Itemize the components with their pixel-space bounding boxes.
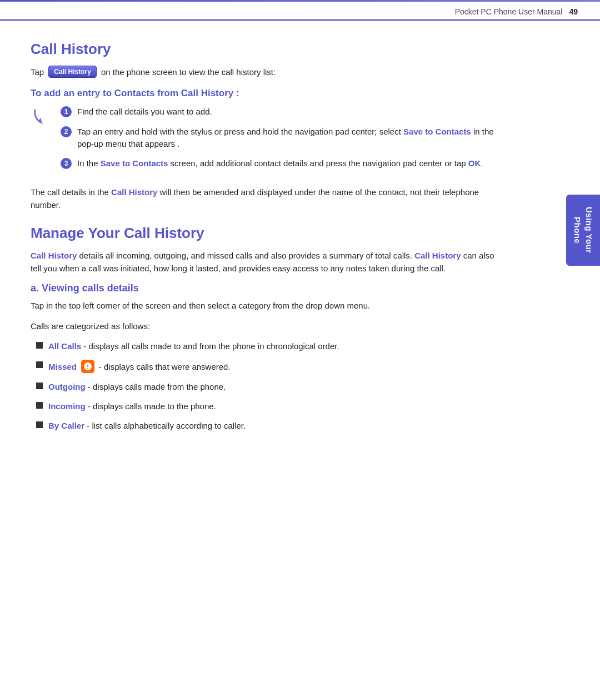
- bullet-square-icon: [36, 342, 43, 349]
- arrow-icon: [31, 107, 52, 177]
- step3-middle: screen, add additional contact details a…: [168, 158, 468, 168]
- bullet-incoming-desc: - displays calls made to the phone.: [86, 401, 216, 411]
- step-num-2: 2: [61, 126, 72, 137]
- step3-link2: OK: [468, 158, 481, 168]
- categorized-para: Calls are categorized as follows:: [31, 320, 506, 333]
- section2-after1: details all incoming, outgoing, and miss…: [77, 251, 414, 260]
- subsection2-title: a. Viewing calls details: [31, 282, 506, 294]
- svg-marker-0: [38, 118, 43, 125]
- subsection1-title: To add an entry to Contacts from Call Hi…: [31, 88, 506, 99]
- bullet-outgoing-content: Outgoing - displays calls made from the …: [48, 381, 226, 393]
- bullet-outgoing: Outgoing - displays calls made from the …: [36, 381, 506, 393]
- section1-footer-para: The call details in the Call History wil…: [31, 186, 506, 211]
- page-number: 49: [569, 7, 578, 16]
- bullet-list: All Calls - displays all calls made to a…: [36, 340, 506, 431]
- bullet-missed: Missed - displays calls that were answer…: [36, 360, 506, 373]
- bullet-incoming: Incoming - displays calls made to the ph…: [36, 400, 506, 412]
- steps-list: 1 Find the call details you want to add.…: [61, 106, 506, 177]
- footer-para1-before: The call details in the: [31, 187, 111, 197]
- intro-tap-text: Tap: [31, 67, 44, 77]
- call-history-button-badge: Call History: [48, 66, 97, 78]
- steps-container: 1 Find the call details you want to add.…: [31, 106, 506, 177]
- section2-link2: Call History: [414, 251, 461, 260]
- step2-before: Tap an entry and hold with the stylus or…: [77, 127, 403, 136]
- bullet-by-caller-content: By Caller - list calls alphabetically ac…: [48, 420, 246, 431]
- footer-para1-link: Call History: [111, 187, 157, 197]
- missed-badge-icon: [81, 360, 94, 373]
- step3-link1: Save to Contacts: [101, 158, 168, 168]
- intro-line: Tap Call History on the phone screen to …: [31, 66, 506, 78]
- bullet-all-calls-desc: - displays all calls made to and from th…: [81, 341, 339, 351]
- step-text-2: Tap an entry and hold with the stylus or…: [77, 126, 506, 150]
- side-tab: Using Your Phone: [566, 195, 600, 266]
- header-title: Pocket PC Phone User Manual: [455, 7, 563, 16]
- bullet-square-icon-caller: [36, 421, 43, 428]
- main-content: Call History Tap Call History on the pho…: [0, 21, 533, 461]
- bullet-incoming-content: Incoming - displays calls made to the ph…: [48, 400, 216, 412]
- page-header: Pocket PC Phone User Manual 49: [0, 2, 600, 21]
- step-3: 3 In the Save to Contacts screen, add ad…: [61, 157, 506, 170]
- bullet-all-calls-content: All Calls - displays all calls made to a…: [48, 340, 339, 352]
- bullet-outgoing-desc: - displays calls made from the phone.: [86, 382, 226, 391]
- intro-rest-text: on the phone screen to view the call his…: [101, 67, 276, 77]
- step-text-1: Find the call details you want to add.: [77, 106, 212, 118]
- bullet-square-icon-missed: [36, 361, 43, 368]
- bullet-square-icon-incoming: [36, 402, 43, 409]
- bullet-incoming-label: Incoming: [48, 401, 86, 411]
- bullet-by-caller-label: By Caller: [48, 421, 84, 430]
- step-1: 1 Find the call details you want to add.: [61, 106, 506, 118]
- step3-after: .: [481, 158, 483, 168]
- bullet-square-icon-outgoing: [36, 383, 43, 389]
- section2-link1: Call History: [31, 251, 77, 260]
- side-tab-line2: Phone: [572, 217, 583, 244]
- bullet-missed-label: Missed: [48, 361, 77, 373]
- bullet-missed-content: Missed - displays calls that were answer…: [48, 360, 231, 373]
- viewing-para: Tap in the top left corner of the screen…: [31, 300, 506, 312]
- bullet-outgoing-label: Outgoing: [48, 382, 86, 391]
- step-2: 2 Tap an entry and hold with the stylus …: [61, 126, 506, 150]
- section1-title: Call History: [31, 41, 506, 58]
- bullet-all-calls: All Calls - displays all calls made to a…: [36, 340, 506, 352]
- section2-intro: Call History details all incoming, outgo…: [31, 250, 506, 275]
- step-text-3: In the Save to Contacts screen, add addi…: [77, 157, 483, 170]
- step-num-3: 3: [61, 158, 72, 169]
- bullet-all-calls-label: All Calls: [48, 341, 81, 351]
- bullet-missed-desc: - displays calls that were answered.: [99, 361, 231, 373]
- bullet-by-caller: By Caller - list calls alphabetically ac…: [36, 420, 506, 431]
- step3-before: In the: [77, 158, 101, 168]
- step2-link1: Save to Contacts: [403, 127, 471, 136]
- section2-title: Manage Your Call History: [31, 225, 506, 242]
- bullet-by-caller-desc: - list calls alphabetically according to…: [84, 421, 246, 430]
- side-tab-line1: Using Your: [584, 207, 595, 254]
- step-num-1: 1: [61, 106, 72, 117]
